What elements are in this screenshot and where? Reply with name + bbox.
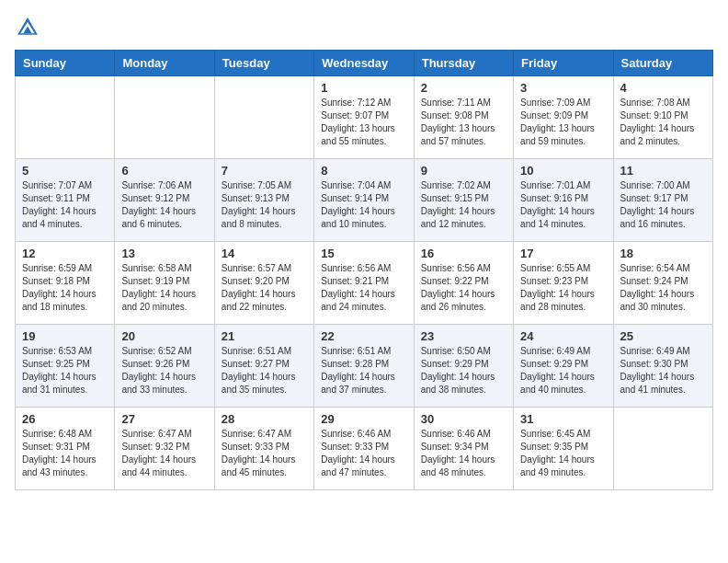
day-info: Sunrise: 7:04 AMSunset: 9:14 PMDaylight:… <box>321 179 406 231</box>
day-info: Sunrise: 6:46 AMSunset: 9:33 PMDaylight:… <box>321 428 406 479</box>
day-number: 18 <box>620 247 706 260</box>
day-info: Sunrise: 6:50 AMSunset: 9:29 PMDaylight:… <box>421 345 506 396</box>
day-number: 22 <box>321 329 406 343</box>
day-number: 27 <box>121 412 207 426</box>
day-info: Sunrise: 6:56 AMSunset: 9:22 PMDaylight:… <box>421 262 506 314</box>
calendar-cell <box>214 76 313 159</box>
day-info: Sunrise: 6:49 AMSunset: 9:30 PMDaylight:… <box>620 345 706 396</box>
calendar-cell: 31Sunrise: 6:45 AMSunset: 9:35 PMDayligh… <box>514 408 613 490</box>
day-info: Sunrise: 6:51 AMSunset: 9:28 PMDaylight:… <box>321 345 406 396</box>
day-info: Sunrise: 7:05 AMSunset: 9:13 PMDaylight:… <box>222 179 307 231</box>
calendar-cell: 30Sunrise: 6:46 AMSunset: 9:34 PMDayligh… <box>414 408 513 490</box>
calendar-cell: 19Sunrise: 6:53 AMSunset: 9:25 PMDayligh… <box>16 325 115 408</box>
day-number: 30 <box>421 412 506 426</box>
day-info: Sunrise: 7:09 AMSunset: 9:09 PMDaylight:… <box>520 97 606 148</box>
day-number: 13 <box>121 247 207 260</box>
day-number: 3 <box>520 81 606 95</box>
calendar-cell: 4Sunrise: 7:08 AMSunset: 9:10 PMDaylight… <box>613 76 712 159</box>
day-info: Sunrise: 6:56 AMSunset: 9:21 PMDaylight:… <box>321 262 406 314</box>
day-info: Sunrise: 6:45 AMSunset: 9:35 PMDaylight:… <box>520 428 606 479</box>
day-info: Sunrise: 7:07 AMSunset: 9:11 PMDaylight:… <box>22 179 108 231</box>
calendar-cell: 21Sunrise: 6:51 AMSunset: 9:27 PMDayligh… <box>214 325 313 408</box>
calendar-week-row: 26Sunrise: 6:48 AMSunset: 9:31 PMDayligh… <box>16 408 713 490</box>
logo-icon <box>15 15 40 40</box>
calendar-week-row: 19Sunrise: 6:53 AMSunset: 9:25 PMDayligh… <box>16 325 713 408</box>
day-number: 21 <box>222 329 307 343</box>
calendar-cell <box>115 76 214 159</box>
day-number: 24 <box>520 329 606 343</box>
calendar-cell: 17Sunrise: 6:55 AMSunset: 9:23 PMDayligh… <box>514 242 613 325</box>
calendar-cell: 11Sunrise: 7:00 AMSunset: 9:17 PMDayligh… <box>613 159 712 242</box>
calendar-cell: 29Sunrise: 6:46 AMSunset: 9:33 PMDayligh… <box>314 408 414 490</box>
day-number: 2 <box>421 81 506 95</box>
day-info: Sunrise: 6:57 AMSunset: 9:20 PMDaylight:… <box>222 262 307 314</box>
day-info: Sunrise: 6:59 AMSunset: 9:18 PMDaylight:… <box>22 262 108 314</box>
calendar-header-friday: Friday <box>514 51 613 76</box>
calendar-cell: 14Sunrise: 6:57 AMSunset: 9:20 PMDayligh… <box>214 242 313 325</box>
day-info: Sunrise: 6:51 AMSunset: 9:27 PMDaylight:… <box>222 345 307 396</box>
calendar-cell: 5Sunrise: 7:07 AMSunset: 9:11 PMDaylight… <box>16 159 115 242</box>
day-info: Sunrise: 6:55 AMSunset: 9:23 PMDaylight:… <box>520 262 606 314</box>
day-number: 5 <box>22 164 108 178</box>
calendar-cell: 26Sunrise: 6:48 AMSunset: 9:31 PMDayligh… <box>16 408 115 490</box>
day-info: Sunrise: 7:06 AMSunset: 9:12 PMDaylight:… <box>121 179 207 231</box>
calendar-cell: 8Sunrise: 7:04 AMSunset: 9:14 PMDaylight… <box>314 159 414 242</box>
day-info: Sunrise: 7:01 AMSunset: 9:16 PMDaylight:… <box>520 179 606 231</box>
calendar-cell: 24Sunrise: 6:49 AMSunset: 9:29 PMDayligh… <box>514 325 613 408</box>
day-info: Sunrise: 6:49 AMSunset: 9:29 PMDaylight:… <box>520 345 606 396</box>
calendar-cell: 15Sunrise: 6:56 AMSunset: 9:21 PMDayligh… <box>314 242 414 325</box>
day-number: 23 <box>421 329 506 343</box>
calendar-week-row: 1Sunrise: 7:12 AMSunset: 9:07 PMDaylight… <box>16 76 713 159</box>
day-number: 15 <box>321 247 406 260</box>
calendar-table: SundayMondayTuesdayWednesdayThursdayFrid… <box>15 50 713 490</box>
day-number: 4 <box>620 81 706 95</box>
calendar-cell: 16Sunrise: 6:56 AMSunset: 9:22 PMDayligh… <box>414 242 513 325</box>
calendar-week-row: 5Sunrise: 7:07 AMSunset: 9:11 PMDaylight… <box>16 159 713 242</box>
calendar-cell: 27Sunrise: 6:47 AMSunset: 9:32 PMDayligh… <box>115 408 214 490</box>
day-number: 26 <box>22 412 108 426</box>
day-info: Sunrise: 6:54 AMSunset: 9:24 PMDaylight:… <box>620 262 706 314</box>
calendar-header-tuesday: Tuesday <box>214 51 313 76</box>
day-number: 8 <box>321 164 406 178</box>
calendar-cell: 23Sunrise: 6:50 AMSunset: 9:29 PMDayligh… <box>414 325 513 408</box>
day-number: 10 <box>520 164 606 178</box>
day-info: Sunrise: 6:46 AMSunset: 9:34 PMDaylight:… <box>421 428 506 479</box>
calendar-cell: 22Sunrise: 6:51 AMSunset: 9:28 PMDayligh… <box>314 325 414 408</box>
page-header <box>15 15 713 40</box>
day-info: Sunrise: 7:11 AMSunset: 9:08 PMDaylight:… <box>421 97 506 148</box>
logo <box>15 15 44 40</box>
day-info: Sunrise: 6:53 AMSunset: 9:25 PMDaylight:… <box>22 345 108 396</box>
day-number: 14 <box>222 247 307 260</box>
day-info: Sunrise: 7:08 AMSunset: 9:10 PMDaylight:… <box>620 97 706 148</box>
calendar-cell: 3Sunrise: 7:09 AMSunset: 9:09 PMDaylight… <box>514 76 613 159</box>
calendar-cell: 18Sunrise: 6:54 AMSunset: 9:24 PMDayligh… <box>613 242 712 325</box>
day-number: 28 <box>222 412 307 426</box>
calendar-cell: 6Sunrise: 7:06 AMSunset: 9:12 PMDaylight… <box>115 159 214 242</box>
calendar-header-row: SundayMondayTuesdayWednesdayThursdayFrid… <box>16 51 713 76</box>
calendar-cell: 9Sunrise: 7:02 AMSunset: 9:15 PMDaylight… <box>414 159 513 242</box>
calendar-header-sunday: Sunday <box>16 51 115 76</box>
day-info: Sunrise: 6:58 AMSunset: 9:19 PMDaylight:… <box>121 262 207 314</box>
day-number: 16 <box>421 247 506 260</box>
day-info: Sunrise: 7:02 AMSunset: 9:15 PMDaylight:… <box>421 179 506 231</box>
day-number: 7 <box>222 164 307 178</box>
calendar-cell: 13Sunrise: 6:58 AMSunset: 9:19 PMDayligh… <box>115 242 214 325</box>
calendar-cell: 25Sunrise: 6:49 AMSunset: 9:30 PMDayligh… <box>613 325 712 408</box>
day-number: 1 <box>321 81 406 95</box>
calendar-cell: 20Sunrise: 6:52 AMSunset: 9:26 PMDayligh… <box>115 325 214 408</box>
day-info: Sunrise: 6:48 AMSunset: 9:31 PMDaylight:… <box>22 428 108 479</box>
calendar-cell <box>613 408 712 490</box>
calendar-week-row: 12Sunrise: 6:59 AMSunset: 9:18 PMDayligh… <box>16 242 713 325</box>
calendar-header-saturday: Saturday <box>613 51 712 76</box>
day-number: 12 <box>22 247 108 260</box>
calendar-cell: 12Sunrise: 6:59 AMSunset: 9:18 PMDayligh… <box>16 242 115 325</box>
calendar-header-wednesday: Wednesday <box>314 51 414 76</box>
day-number: 17 <box>520 247 606 260</box>
day-number: 6 <box>121 164 207 178</box>
day-info: Sunrise: 7:12 AMSunset: 9:07 PMDaylight:… <box>321 97 406 148</box>
calendar-cell: 1Sunrise: 7:12 AMSunset: 9:07 PMDaylight… <box>314 76 414 159</box>
day-number: 11 <box>620 164 706 178</box>
day-number: 31 <box>520 412 606 426</box>
calendar-header-monday: Monday <box>115 51 214 76</box>
day-number: 9 <box>421 164 506 178</box>
